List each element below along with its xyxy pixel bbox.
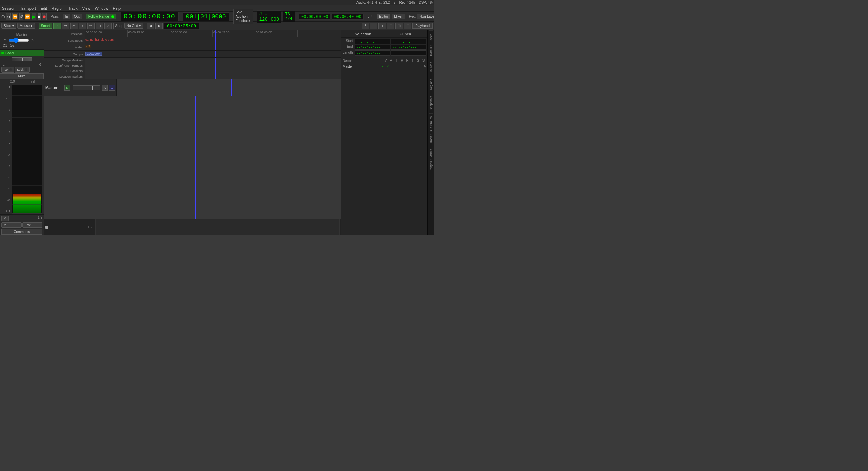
mute-btn[interactable]: Mute	[0, 73, 44, 79]
output1-btn[interactable]: Ø1	[3, 44, 7, 47]
loop-punch-content[interactable]	[85, 63, 341, 68]
position-loop-marker	[215, 63, 216, 68]
audition-label[interactable]: Audition	[236, 15, 251, 19]
end-sel-value[interactable]: --:--:--:---	[355, 45, 390, 50]
bpm-display[interactable]: J = 120.000	[257, 10, 282, 23]
range-tool-btn[interactable]: ⇔	[62, 23, 69, 29]
menu-transport[interactable]: Transport	[20, 6, 36, 11]
mixer-btn[interactable]: Mixer	[392, 14, 405, 19]
regions-tab[interactable]: Regions	[429, 76, 433, 93]
master-track-canvas[interactable]	[117, 79, 341, 96]
int-slider[interactable]	[9, 39, 29, 42]
menu-region[interactable]: Region	[52, 6, 64, 11]
s-col-header: S	[416, 59, 420, 62]
audition-tool-btn[interactable]: ♪	[79, 23, 86, 29]
tracks-busses-tab[interactable]: Tracks & Busses	[429, 30, 433, 59]
timecode-ruler-content[interactable]: 00:00:00:00 00:00:15:00 00:00:30:00 00:0…	[85, 30, 341, 37]
master-g-btn[interactable]: G	[109, 85, 115, 91]
overview-track-display[interactable]	[95, 219, 340, 236]
play-btn[interactable]: ▶	[32, 13, 36, 20]
r-col-header: R	[399, 59, 404, 62]
next-marker-btn[interactable]: ⏩	[25, 13, 30, 20]
loop-btn[interactable]: ↺	[19, 13, 23, 20]
select-tool-btn[interactable]: ↕	[53, 23, 61, 29]
feedback-label[interactable]: Feedback	[236, 19, 251, 23]
master-name-cell[interactable]: Master	[343, 65, 379, 68]
ts-display[interactable]: TS: 4/4	[283, 11, 295, 22]
cd-markers-content[interactable]	[85, 68, 341, 74]
solo-label[interactable]: Solo	[236, 10, 251, 14]
bottom-strip: M Stop 1/2	[0, 214, 44, 222]
zoom-reduce-btn[interactable]: *	[362, 23, 369, 29]
no-grid-btn[interactable]: No Grid ▾	[124, 23, 143, 29]
draw-tool-btn[interactable]: ✏	[87, 23, 95, 29]
bars-beats-error: cannot handle 0 bars	[85, 38, 114, 41]
menu-view[interactable]: View	[82, 6, 90, 11]
prev-location-btn[interactable]: ◀	[147, 23, 154, 29]
menu-track[interactable]: Track	[68, 6, 78, 11]
sources-tab[interactable]: Sources	[429, 59, 433, 76]
m-btn-bottom[interactable]: M	[1, 216, 9, 221]
vu-meter-area: +14 +10 +8 +3 0 -3 -6 -10 -20 -30 -40 k1…	[0, 84, 44, 214]
end-punch-value[interactable]: --:--:--:---	[391, 45, 426, 50]
menu-window[interactable]: Window	[95, 6, 108, 11]
a-check[interactable]: ✓	[385, 65, 390, 68]
v-check[interactable]: ✓	[380, 65, 385, 68]
tempo-ruler-content[interactable]: 120.000/4	[85, 51, 341, 57]
menu-session[interactable]: Session	[2, 6, 15, 11]
prev-marker-btn[interactable]: ⏪	[12, 13, 18, 20]
meter-ruler-row: Meter 4/4	[44, 44, 341, 51]
post-bottom-btn[interactable]: Post	[22, 222, 43, 228]
mouse-btn[interactable]: Mouse ▾	[17, 23, 35, 29]
non-layered-btn[interactable]: Non-Layered	[417, 14, 434, 19]
zoom-out-btn[interactable]: −	[370, 23, 377, 29]
zoom-extra1-btn[interactable]: ⊟	[404, 23, 411, 29]
iso-btn[interactable]: Iso	[1, 67, 14, 73]
erase-tool-btn[interactable]: ◇	[96, 23, 103, 29]
menu-help[interactable]: Help	[113, 6, 121, 11]
rec-info: Rec: >24h	[399, 1, 415, 4]
fader-track[interactable]: Fader	[0, 50, 44, 56]
edit-master-icon[interactable]: ✎	[423, 65, 426, 68]
location-markers-content[interactable]	[85, 74, 341, 79]
follow-range-btn[interactable]: Follow Range	[86, 14, 116, 19]
timecode-display[interactable]: 00:00:00:00	[121, 12, 179, 21]
editor-btn[interactable]: Editor	[377, 14, 390, 19]
next-location-btn[interactable]: ▶	[155, 23, 163, 29]
menu-edit[interactable]: Edit	[41, 6, 47, 11]
smart-btn[interactable]: Smart	[39, 23, 52, 29]
db-main: -0.0	[9, 80, 15, 83]
punch-out-btn[interactable]: Out	[72, 14, 82, 19]
start-sel-value[interactable]: --:--:--:---	[355, 39, 390, 44]
record-btn[interactable]: ⏺	[42, 13, 47, 20]
zoom-fit-btn[interactable]: ⊡	[387, 23, 394, 29]
punch-in-btn[interactable]: In	[63, 14, 70, 19]
empty-canvas-area[interactable]	[44, 96, 341, 219]
slide-btn[interactable]: Slide ▾	[1, 23, 16, 29]
return-to-zero-btn[interactable]: ⏮	[6, 13, 11, 20]
master-a-btn[interactable]: A	[102, 85, 108, 91]
stop-btn[interactable]: ■	[38, 13, 41, 20]
meter-ruler-content[interactable]: 4/4	[85, 44, 341, 50]
length-sel-value[interactable]: --:--:--:---	[355, 50, 390, 56]
punch-title: Punch	[385, 32, 426, 36]
zoom-expand-btn[interactable]: ⊞	[395, 23, 403, 29]
cut-tool-btn[interactable]: ✂	[70, 23, 78, 29]
range-markers-content[interactable]	[85, 58, 341, 63]
lock-btn[interactable]: Lock	[15, 67, 30, 73]
ranges-marks-tab[interactable]: Ranges & Marks	[429, 146, 433, 175]
master-fader-strip[interactable]	[73, 85, 100, 90]
bars-beats-ruler-content[interactable]: cannot handle 0 bars	[85, 37, 341, 44]
master-m-btn[interactable]: M	[64, 85, 70, 91]
bars-beats-display[interactable]: 001|01|0000	[183, 12, 229, 21]
track-bus-groups-tab[interactable]: Track & Bus Groups	[429, 113, 433, 146]
panner-knob[interactable]	[12, 57, 32, 61]
stretch-tool-btn[interactable]: ⤢	[104, 23, 112, 29]
comments-btn[interactable]: Comments	[1, 229, 42, 235]
m-bottom2-btn[interactable]: M	[1, 222, 22, 228]
zoom-in-btn[interactable]: +	[378, 23, 386, 29]
snapshots-tab[interactable]: Snapshots	[429, 93, 433, 113]
output2-btn[interactable]: Ø2	[10, 44, 14, 47]
playhead-label[interactable]: Playhead	[412, 23, 433, 29]
start-punch-value[interactable]: --:--:--:---	[391, 39, 426, 44]
